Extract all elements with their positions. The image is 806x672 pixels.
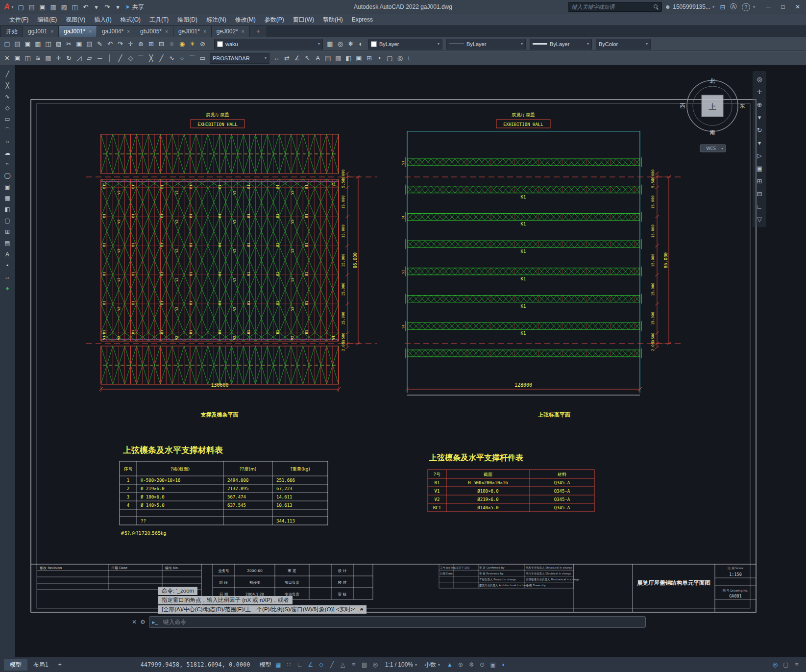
explode-icon[interactable]: ╳ xyxy=(146,53,156,63)
preview-icon[interactable]: ◫ xyxy=(43,39,53,49)
menu-item-参数(P)[interactable]: 参数(P) xyxy=(260,14,289,25)
zoom-nav-icon[interactable]: ⊕ xyxy=(757,99,762,110)
line-icon[interactable]: ╱ xyxy=(156,53,167,63)
minimize-button[interactable]: ─ xyxy=(761,0,776,13)
transparency-icon[interactable]: ▨ xyxy=(359,660,370,670)
point-tool-icon[interactable]: • xyxy=(2,261,13,271)
pan-nav-icon[interactable]: ✛ xyxy=(757,86,762,97)
block-icon[interactable]: ▣ xyxy=(354,53,364,63)
layer-dropdown[interactable]: waku ▾ xyxy=(214,39,323,50)
cart-icon[interactable]: ⊟ xyxy=(717,1,728,12)
new-file-icon[interactable]: ▢ xyxy=(16,1,26,12)
paste-icon[interactable]: ▤ xyxy=(84,39,95,49)
file-tab-gbJ005*[interactable]: gbJ005*× xyxy=(135,26,173,37)
sun-icon[interactable]: ☀ xyxy=(187,39,197,49)
quick-properties-icon[interactable]: ▣ xyxy=(488,660,498,670)
clean-screen-icon[interactable]: ▢ xyxy=(781,660,791,670)
boundary-tool-icon[interactable]: ▢ xyxy=(2,216,13,225)
close-tab-icon[interactable]: × xyxy=(165,29,168,34)
table-icon[interactable]: ▤ xyxy=(323,53,333,63)
menu-item-帮助(H)[interactable]: 帮助(H) xyxy=(318,14,347,25)
hatch-icon[interactable]: ▦ xyxy=(333,53,343,63)
xline-tool-icon[interactable]: ╳ xyxy=(2,80,13,90)
annotation-scale-button[interactable]: 1:1 / 100% ▾ xyxy=(385,661,417,668)
polygon-tool-icon[interactable]: ◇ xyxy=(2,103,13,113)
spline-tool-icon[interactable]: ≈ xyxy=(2,159,13,169)
undo-caret-icon[interactable]: ▾ xyxy=(91,1,102,12)
search-input[interactable] xyxy=(571,3,654,10)
save-icon[interactable]: ▣ xyxy=(37,1,48,12)
light-bulb-icon[interactable]: ◉ xyxy=(177,39,187,49)
extend-icon[interactable]: │ xyxy=(105,53,115,63)
close-tab-icon[interactable]: × xyxy=(203,29,206,34)
region-tool-icon[interactable]: ⊞ xyxy=(2,227,13,237)
search-icon[interactable] xyxy=(654,4,659,10)
view-back-icon[interactable]: ▽ xyxy=(757,214,762,224)
fillet-icon[interactable]: ⌒ xyxy=(136,53,146,63)
file-tab-geJ001*[interactable]: geJ001*× xyxy=(173,26,212,37)
close-button[interactable]: ✕ xyxy=(790,0,805,13)
new-tab-button[interactable]: + xyxy=(250,26,267,37)
open-icon[interactable]: ▤ xyxy=(12,39,23,49)
zoom-caret-icon[interactable]: ▾ xyxy=(758,112,761,123)
menu-item-绘图(D)[interactable]: 绘图(D) xyxy=(173,14,202,25)
new-layout-button[interactable]: + xyxy=(54,660,66,670)
ortho-icon[interactable]: ∟ xyxy=(294,660,305,670)
isolate-objects-icon[interactable]: ◐ xyxy=(498,660,509,670)
dim-angular-icon[interactable]: ∠ xyxy=(292,53,302,63)
menu-item-格式(O)[interactable]: 格式(O) xyxy=(116,14,145,25)
gradient-tool-icon[interactable]: ◧ xyxy=(2,204,13,214)
ucs-icon[interactable]: ∟ xyxy=(757,201,763,212)
dim-aligned-icon[interactable]: ⇄ xyxy=(282,53,292,63)
properties-icon[interactable]: ≡ xyxy=(167,39,177,49)
circle-tool-icon[interactable]: ○ xyxy=(2,137,13,147)
lineweight-dropdown[interactable]: ByLayer ▾ xyxy=(530,39,592,50)
erase-icon[interactable]: ✕ xyxy=(2,53,12,63)
undo-icon[interactable]: ↶ xyxy=(105,39,115,49)
point-icon[interactable]: • xyxy=(374,53,385,63)
line-tool-icon[interactable]: ╱ xyxy=(2,69,13,79)
redo-caret-icon[interactable]: ▾ xyxy=(113,1,123,12)
annotation-monitor-icon[interactable]: ⊙ xyxy=(477,660,488,670)
layer-color-tool-icon[interactable]: ● xyxy=(2,283,13,293)
plot-icon[interactable]: ▨ xyxy=(59,1,70,12)
standard-dropdown[interactable]: PROSTANDAR ▾ xyxy=(210,53,269,64)
group-icon[interactable]: ◎ xyxy=(395,53,405,63)
zoom-previous-nav-icon[interactable]: ⊟ xyxy=(757,188,762,199)
nav-wheel-icon[interactable]: ◎ xyxy=(757,74,762,84)
dim-linear-icon[interactable]: ↔ xyxy=(271,53,282,63)
rectangle-tool-icon[interactable]: ▭ xyxy=(2,114,13,124)
model-space-button[interactable]: 模型 xyxy=(260,661,271,669)
text-tool-icon[interactable]: A xyxy=(2,249,13,259)
rotate-icon[interactable]: ↻ xyxy=(64,53,74,63)
layout-tab-布局1[interactable]: 布局1 xyxy=(27,659,54,671)
color-dropdown[interactable]: ByLayer ▾ xyxy=(368,39,442,50)
layer-properties-icon[interactable]: ▦ xyxy=(325,39,335,49)
selection-cycling-icon[interactable]: ◎ xyxy=(370,660,381,670)
zoom-previous-icon[interactable]: ⊟ xyxy=(156,39,167,49)
lineweight-display-icon[interactable]: ≡ xyxy=(348,660,359,670)
autodesk-app-icon[interactable]: Ⓐ xyxy=(728,1,739,12)
stretch-icon[interactable]: ▱ xyxy=(84,53,95,63)
orbit-caret-icon[interactable]: ▾ xyxy=(758,137,761,148)
plot-icon[interactable]: ▥ xyxy=(33,39,43,49)
autocad-logo-icon[interactable]: A xyxy=(0,2,12,11)
cut-icon[interactable]: ✂ xyxy=(64,39,74,49)
layout-tab-模型[interactable]: 模型 xyxy=(4,659,27,671)
help-icon[interactable]: ? xyxy=(742,3,750,11)
drawing-canvas[interactable]: B1B1B1B1B1B1B1B1B1B1B1B1B1B1B1B1B1B1B1B1… xyxy=(15,65,806,657)
file-tab-ggJ001[interactable]: ggJ001× xyxy=(23,26,59,37)
insert-block-tool-icon[interactable]: ▣ xyxy=(2,182,13,192)
autoscale-icon[interactable]: ⊕ xyxy=(455,660,466,670)
qsave-icon[interactable]: ▣ xyxy=(23,39,33,49)
annotation-visibility-icon[interactable]: ▲ xyxy=(444,660,455,670)
revcloud-tool-icon[interactable]: ☁ xyxy=(2,148,13,158)
file-tab-geJ002*[interactable]: geJ002*× xyxy=(212,26,250,37)
maximize-button[interactable]: □ xyxy=(776,0,790,13)
polar-tracking-icon[interactable]: ∠ xyxy=(305,660,316,670)
orbit-nav-icon[interactable]: ↻ xyxy=(757,124,762,135)
workspace-gear-icon[interactable]: ⚙ xyxy=(466,660,477,670)
offset-icon[interactable]: ≋ xyxy=(33,53,43,63)
arc-tool-icon[interactable]: ⌒ xyxy=(2,125,13,135)
zoom-extents-icon[interactable]: ▣ xyxy=(757,163,762,174)
